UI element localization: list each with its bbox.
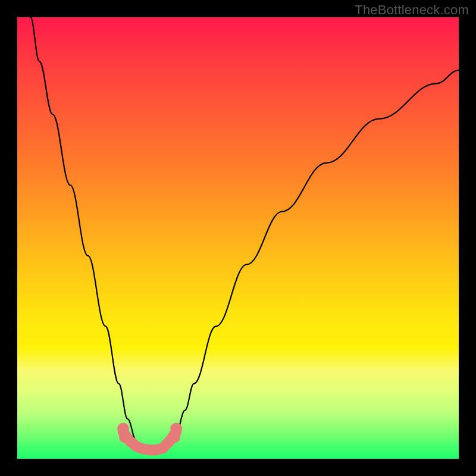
- marker-dot: [168, 431, 180, 443]
- marker-band-path: [123, 433, 176, 450]
- watermark-text: TheBottleneck.com: [355, 2, 469, 18]
- chart-frame: TheBottleneck.com: [0, 0, 476, 476]
- marker-dot: [119, 431, 131, 443]
- chart-svg: [17, 17, 459, 459]
- plot-area: [17, 17, 459, 459]
- bottleneck-curve: [30, 17, 459, 451]
- marker-band: [117, 423, 182, 450]
